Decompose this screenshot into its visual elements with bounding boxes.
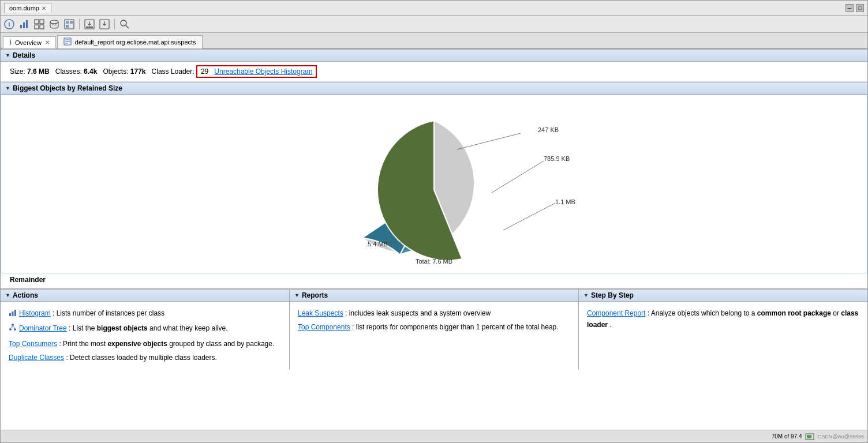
tab-overview-icon: ℹ <box>9 39 12 46</box>
size-value: 7.6 MB <box>27 67 50 76</box>
svg-rect-29 <box>12 311 14 316</box>
svg-text:i: i <box>8 21 10 28</box>
pie-chart-svg: 247 KB 785.9 KB 1.1 MB 5.4 MB Total: 7.6… <box>261 103 607 265</box>
window-title-label: oom.dump <box>9 5 39 12</box>
svg-line-19 <box>126 25 129 28</box>
tab-default-report[interactable]: default_report org.eclipse.mat.api:suspe… <box>57 35 203 48</box>
dominator-bold: biggest objects <box>97 324 148 332</box>
maximize-button[interactable]: □ <box>856 4 864 12</box>
step-by-step-section-label: Step By Step <box>591 291 634 299</box>
step-by-step-content: Component Report : Analyze objects which… <box>579 302 867 337</box>
svg-rect-37 <box>807 435 811 438</box>
action-duplicate-classes: Duplicate Classes : Detect classes loade… <box>9 352 281 363</box>
action-top-consumers: Top Consumers : Print the most expensive… <box>9 338 281 350</box>
step-by-step-section-header[interactable]: ▼ Step By Step <box>579 289 867 302</box>
toolbar: i SQL <box>1 16 867 33</box>
actions-content: Histogram : Lists number of instances pe… <box>1 302 289 370</box>
top-consumers-desc2: grouped by class and by package. <box>169 340 274 348</box>
window-close-icon[interactable]: ✕ <box>42 5 46 12</box>
svg-text:SQL: SQL <box>51 22 57 26</box>
leak-suspects-link[interactable]: Leak Suspects <box>298 309 343 317</box>
unreachable-objects-link[interactable]: Unreachable Objects Histogram <box>214 67 312 76</box>
top-components-link[interactable]: Top Components <box>298 323 350 331</box>
svg-rect-2 <box>20 25 22 28</box>
svg-rect-8 <box>40 25 44 29</box>
label-54mb: 5.4 MB <box>368 241 388 247</box>
svg-rect-30 <box>14 310 16 316</box>
histogram-toolbar-button[interactable] <box>18 18 31 31</box>
size-label: Size: <box>10 67 25 76</box>
dominator-tree-link[interactable]: Dominator Tree <box>19 324 67 332</box>
actions-section-header[interactable]: ▼ Actions <box>1 289 289 302</box>
classes-label: Classes: <box>55 67 82 76</box>
watermark: CSDN@wu@55555 <box>818 434 864 440</box>
dominator-desc2: and what they keep alive. <box>149 324 227 332</box>
biggest-objects-section-header[interactable]: ▼ Biggest Objects by Retained Size <box>1 82 867 95</box>
component-report-desc2: or <box>833 309 841 317</box>
class-loader-label: Class Loader: <box>152 67 194 76</box>
search-toolbar-button[interactable] <box>118 18 131 31</box>
svg-rect-28 <box>9 313 11 316</box>
svg-line-35 <box>13 326 15 328</box>
svg-rect-12 <box>66 21 69 24</box>
memory-icon <box>805 433 814 441</box>
actions-section-label: Actions <box>13 291 38 299</box>
step-by-step-section: ▼ Step By Step Component Report : Analyz… <box>579 289 867 370</box>
svg-rect-6 <box>40 20 44 24</box>
minimize-button[interactable]: ─ <box>845 4 854 12</box>
svg-line-26 <box>503 203 555 230</box>
window-title-tab: oom.dump ✕ <box>4 3 51 13</box>
label-247kb: 247 KB <box>538 126 559 133</box>
reports-section-header[interactable]: ▼ Reports <box>290 289 578 302</box>
main-content: ▼ Details Size: 7.6 MB Classes: 6.4k Obj… <box>1 49 867 430</box>
actions-section: ▼ Actions Histogram : Lists number of in… <box>1 289 290 370</box>
reports-section-label: Reports <box>302 291 328 299</box>
component-report-desc: : Analyze objects which belong to a <box>648 309 757 317</box>
duplicate-classes-desc: : Detect classes loaded by multiple clas… <box>66 354 216 362</box>
objects-label: Objects: <box>103 67 128 76</box>
biggest-objects-arrow-icon: ▼ <box>5 85 10 91</box>
export-toolbar-button[interactable] <box>83 18 96 31</box>
window-controls: ─ □ <box>845 4 864 12</box>
report-leak-suspects: Leak Suspects : includes leak suspects a… <box>298 307 570 319</box>
dominator-action-text: Dominator Tree : List the biggest object… <box>19 322 228 334</box>
title-bar: oom.dump ✕ ─ □ <box>1 1 867 16</box>
class-loader-highlight: 29 Unreachable Objects Histogram <box>196 65 317 78</box>
svg-line-34 <box>10 326 13 328</box>
sql-toolbar-button[interactable]: SQL <box>48 18 61 31</box>
details-section-label: Details <box>13 51 35 59</box>
heap-toolbar-button[interactable] <box>63 18 76 31</box>
dominator-tree-icon <box>9 324 17 335</box>
tab-overview[interactable]: ℹ Overview ✕ <box>3 36 56 48</box>
top-consumers-bold: expensive objects <box>107 340 167 348</box>
objects-value: 177k <box>130 67 146 76</box>
tab-overview-close[interactable]: ✕ <box>45 39 50 46</box>
status-bar: 70M of 97.4 CSDN@wu@55555 <box>1 430 867 442</box>
svg-rect-7 <box>35 25 39 29</box>
toolbar-separator-2 <box>114 19 115 29</box>
tab-overview-label: Overview <box>15 39 42 46</box>
grid-toolbar-button[interactable] <box>33 18 46 31</box>
action-histogram: Histogram : Lists number of instances pe… <box>9 307 281 320</box>
histogram-desc: : Lists number of instances per class <box>53 309 164 317</box>
histogram-chart-icon <box>9 309 17 320</box>
top-consumers-link[interactable]: Top Consumers <box>9 340 57 348</box>
duplicate-classes-link[interactable]: Duplicate Classes <box>9 354 64 362</box>
details-section-header[interactable]: ▼ Details <box>1 49 867 62</box>
svg-rect-16 <box>86 27 93 28</box>
biggest-objects-section-label: Biggest Objects by Retained Size <box>13 84 122 92</box>
tab-report-icon <box>63 37 72 47</box>
svg-rect-14 <box>66 25 69 28</box>
component-report-link[interactable]: Component Report <box>587 309 645 317</box>
info-toolbar-button[interactable]: i <box>3 18 16 31</box>
svg-point-31 <box>12 324 14 326</box>
class-loader-value: 29 <box>201 67 208 76</box>
histogram-link[interactable]: Histogram <box>19 309 51 317</box>
export2-toolbar-button[interactable] <box>98 18 111 31</box>
bottom-sections: ▼ Actions Histogram : Lists number of in… <box>1 288 867 370</box>
reports-section: ▼ Reports Leak Suspects : includes leak … <box>290 289 579 370</box>
top-consumers-desc: : Print the most <box>59 340 107 348</box>
histogram-action-text: Histogram : Lists number of instances pe… <box>19 307 164 319</box>
report-top-components: Top Components : list reports for compon… <box>298 321 570 333</box>
svg-rect-13 <box>70 21 73 24</box>
